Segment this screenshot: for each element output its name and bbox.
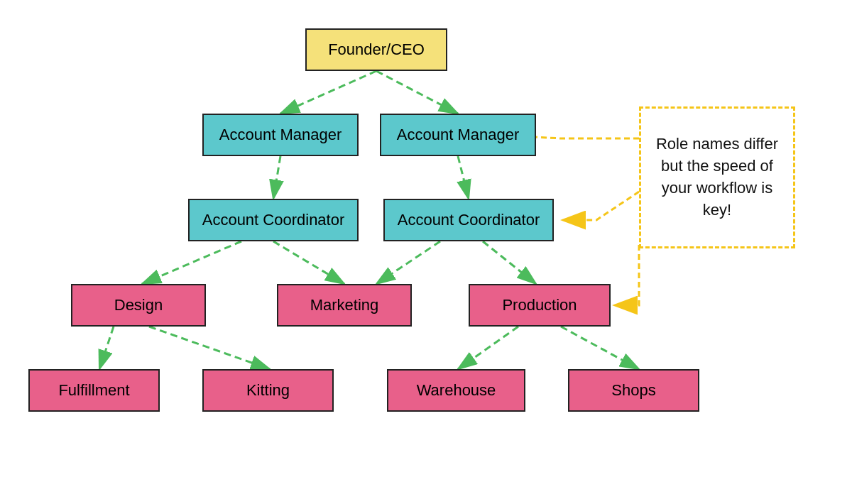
node-ac1: Account Coordinator <box>188 199 359 241</box>
svg-line-10 <box>99 327 114 369</box>
node-am1: Account Manager <box>202 114 359 156</box>
svg-line-7 <box>273 241 344 284</box>
node-kitting: Kitting <box>202 369 334 412</box>
svg-line-3 <box>376 71 458 114</box>
svg-line-13 <box>561 327 639 369</box>
node-design: Design <box>71 284 206 327</box>
callout-box: Role names differ but the speed of your … <box>639 106 795 248</box>
node-am2: Account Manager <box>380 114 536 156</box>
svg-line-2 <box>280 71 376 114</box>
node-marketing: Marketing <box>277 284 412 327</box>
node-warehouse: Warehouse <box>387 369 525 412</box>
node-fulfillment: Fulfillment <box>28 369 160 412</box>
org-chart: Founder/CEO Account Manager Account Mana… <box>0 0 852 504</box>
svg-line-6 <box>142 241 241 284</box>
node-ceo: Founder/CEO <box>305 28 447 71</box>
node-production: Production <box>469 284 611 327</box>
node-shops: Shops <box>568 369 699 412</box>
svg-line-8 <box>376 241 440 284</box>
svg-line-5 <box>458 156 469 199</box>
connectors-svg <box>0 0 852 504</box>
svg-line-9 <box>483 241 536 284</box>
svg-line-11 <box>149 327 270 369</box>
node-ac2: Account Coordinator <box>383 199 554 241</box>
svg-line-4 <box>273 156 280 199</box>
svg-line-12 <box>458 327 518 369</box>
